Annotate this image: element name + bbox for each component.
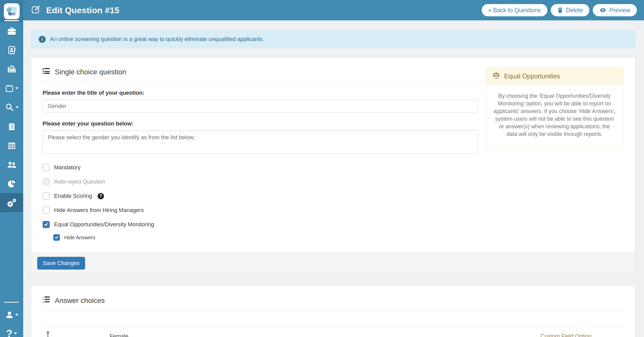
sidebar-divider bbox=[4, 302, 19, 303]
svg-text:3: 3 bbox=[43, 301, 44, 303]
calendar-grid-icon bbox=[7, 141, 16, 150]
sidebar-item-tasks[interactable] bbox=[0, 117, 23, 136]
trash-icon bbox=[557, 7, 563, 13]
question-body-textarea[interactable]: Please select the gender you identify as… bbox=[43, 130, 478, 154]
calendar-icon bbox=[5, 84, 14, 93]
balance-scales-icon bbox=[492, 72, 500, 80]
sidebar-item-search[interactable] bbox=[0, 98, 23, 117]
answer-label: Female bbox=[65, 333, 173, 337]
butterfly-logo-icon bbox=[4, 3, 20, 19]
contact-book-icon bbox=[7, 45, 17, 55]
search-icon bbox=[5, 103, 14, 112]
header-actions: « Back to Questions Delete Preview bbox=[482, 4, 637, 16]
auto-reject-checkbox bbox=[43, 178, 50, 185]
equal-opportunities-header: Equal Opportunities bbox=[486, 68, 623, 85]
answer-choices-title: Answer choices bbox=[55, 297, 105, 305]
answer-row: Female Custom Field Option bbox=[43, 328, 623, 337]
users-icon bbox=[6, 160, 17, 169]
drag-handle[interactable] bbox=[43, 331, 65, 337]
eye-icon bbox=[599, 8, 606, 13]
user-icon bbox=[5, 310, 14, 319]
question-form: Single choice question Please enter the … bbox=[43, 68, 478, 241]
chevron-down-icon bbox=[16, 106, 19, 108]
list-ol-icon: 123 bbox=[43, 296, 50, 305]
cogs-icon bbox=[6, 198, 17, 208]
hide-answers-hm-checkbox-row[interactable]: Hide Answers from Hiring Managers bbox=[43, 207, 478, 214]
info-icon: i bbox=[39, 36, 46, 43]
chevron-down-icon bbox=[15, 87, 18, 89]
sidebar-item-jobs[interactable] bbox=[0, 21, 23, 40]
question-panel-heading: Single choice question bbox=[43, 68, 478, 76]
sidebar-item-calendar[interactable] bbox=[0, 136, 23, 155]
sidebar-item-settings[interactable] bbox=[0, 193, 23, 212]
edit-icon bbox=[31, 5, 41, 16]
page-header: Edit Question #15 « Back to Questions De… bbox=[23, 0, 644, 20]
vertical-arrows-icon bbox=[46, 331, 50, 337]
sidebar-item-users[interactable] bbox=[0, 155, 23, 174]
equal-opportunities-body: By choosing the ‘Equal Opportunities/Div… bbox=[486, 85, 623, 147]
svg-text:2: 2 bbox=[43, 299, 44, 301]
app-logo[interactable] bbox=[0, 0, 23, 22]
sidebar-item-fax[interactable] bbox=[0, 60, 23, 79]
chevron-down-icon bbox=[15, 314, 18, 316]
enable-scoring-checkbox[interactable] bbox=[43, 192, 50, 200]
custom-field-option-link[interactable]: Custom Field Option bbox=[541, 333, 592, 337]
back-to-questions-button[interactable]: « Back to Questions bbox=[482, 4, 547, 16]
question-circle-icon[interactable]: ? bbox=[98, 193, 104, 199]
sidebar-item-candidates[interactable] bbox=[0, 40, 23, 60]
mandatory-checkbox[interactable] bbox=[43, 164, 50, 171]
svg-text:1: 1 bbox=[43, 296, 44, 299]
fax-icon bbox=[7, 64, 17, 74]
answer-table-header bbox=[43, 312, 623, 328]
brand-underline bbox=[4, 20, 19, 21]
equal-opportunities-checkbox-row[interactable]: Equal Opportunities/Diversity Monitoring bbox=[43, 221, 478, 228]
delete-button[interactable]: Delete bbox=[551, 4, 589, 16]
equal-opportunities-title: Equal Opportunities bbox=[504, 73, 560, 80]
chevron-down-icon bbox=[14, 332, 17, 334]
enable-scoring-checkbox-row[interactable]: Enable Scoring ? bbox=[43, 192, 478, 200]
page-content: i An online screening question is a grea… bbox=[23, 20, 644, 337]
question-field-label: Please enter your question below: bbox=[43, 120, 478, 127]
sidebar-item-reports[interactable] bbox=[0, 174, 23, 193]
answer-choices-panel: 123 Answer choices bbox=[31, 286, 635, 337]
question-mark-icon: ? bbox=[6, 328, 12, 337]
sidebar-nav bbox=[0, 21, 23, 212]
sidebar-item-help[interactable]: ? bbox=[0, 324, 23, 337]
briefcase-icon bbox=[7, 26, 17, 36]
hide-answers-sub-checkbox[interactable] bbox=[53, 234, 60, 241]
page-title: Edit Question #15 bbox=[31, 5, 119, 16]
info-alert: i An online screening question is a grea… bbox=[31, 30, 635, 48]
clipboard-list-icon bbox=[7, 122, 16, 131]
save-changes-button[interactable]: Save Changes bbox=[37, 257, 85, 270]
answer-table: Female Custom Field Option bbox=[43, 312, 623, 337]
answer-choices-heading: 123 Answer choices bbox=[43, 296, 623, 305]
sidebar-item-interviews[interactable] bbox=[0, 79, 23, 98]
pie-chart-icon bbox=[7, 179, 16, 188]
auto-reject-checkbox-row: Auto-reject Question bbox=[43, 178, 478, 185]
list-icon bbox=[43, 68, 50, 76]
question-panel-footer: Save Changes bbox=[31, 252, 635, 274]
sidebar-item-account[interactable] bbox=[0, 305, 23, 324]
question-options: Mandatory Auto-reject Question Enable Sc… bbox=[43, 164, 478, 241]
hide-answers-sub-checkbox-row[interactable]: Hide Answers bbox=[53, 234, 478, 241]
title-field-label: Please enter the title of your question: bbox=[43, 90, 478, 96]
mandatory-checkbox-row[interactable]: Mandatory bbox=[43, 164, 478, 171]
page-title-text: Edit Question #15 bbox=[46, 5, 119, 15]
question-panel-title: Single choice question bbox=[55, 68, 126, 76]
question-title-input[interactable] bbox=[43, 100, 478, 113]
sidebar: ? bbox=[0, 0, 23, 337]
hide-answers-hm-checkbox[interactable] bbox=[43, 207, 50, 214]
equal-opportunities-checkbox[interactable] bbox=[43, 221, 50, 228]
equal-opportunities-panel: Equal Opportunities By choosing the ‘Equ… bbox=[486, 68, 623, 147]
preview-button[interactable]: Preview bbox=[593, 4, 637, 16]
question-panel: Single choice question Please enter the … bbox=[31, 57, 635, 274]
info-alert-text: An online screening question is a great … bbox=[50, 36, 264, 43]
